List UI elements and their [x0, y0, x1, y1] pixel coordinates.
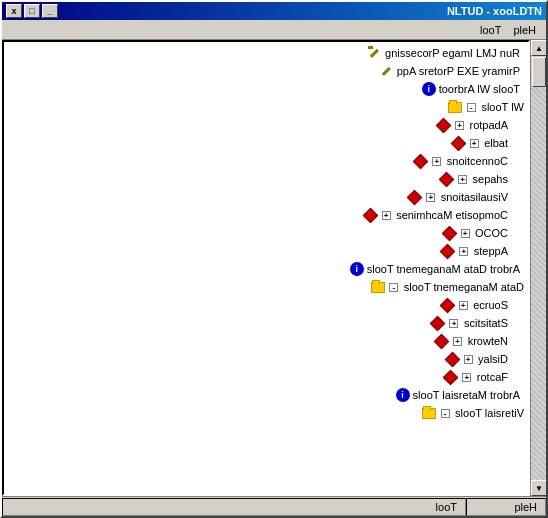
item-label: slooT laisretaM trobrA [411, 389, 522, 401]
maximize-button[interactable]: □ [24, 4, 40, 18]
list-item[interactable]: ppA sretorP EXE yramirP [6, 62, 526, 80]
svg-rect-2 [381, 67, 390, 76]
minimize-button[interactable]: _ [42, 4, 58, 18]
item-label: yalsiD [476, 353, 510, 365]
status-panel-help: pleH [466, 498, 546, 516]
item-label: rotcaF [475, 371, 510, 383]
item-label: steppA [472, 245, 510, 257]
window-title: NLTUD - xooLDTN [447, 5, 542, 17]
scroll-track[interactable] [531, 56, 546, 480]
folder-icon [447, 99, 463, 115]
content-area: gnissecorP egamI LMJ nuR ppA sretorP EXE… [2, 40, 546, 496]
expand-icon[interactable]: + [455, 171, 471, 187]
diamond-icon [430, 315, 446, 331]
svg-rect-0 [370, 49, 379, 58]
status-bar: pleH looT [2, 496, 546, 516]
status-panel-tools: looT [2, 498, 466, 516]
item-label: snoitasilausiV [439, 191, 510, 203]
status-help-label: pleH [514, 501, 537, 513]
window-controls: x □ _ [6, 4, 58, 18]
diamond-icon [435, 117, 451, 133]
expand-icon[interactable]: + [457, 225, 473, 241]
expand-icon[interactable]: + [451, 117, 467, 133]
root-label: slooT laisretiV [453, 407, 526, 419]
diamond-icon [413, 153, 429, 169]
list-item[interactable]: snoitcennoC + [6, 152, 526, 170]
list-item[interactable]: yalsiD + [6, 350, 526, 368]
close-button[interactable]: x [6, 4, 22, 18]
diamond-icon [434, 333, 450, 349]
list-item[interactable]: slooT laisretaM trobrA i [6, 386, 526, 404]
expand-icon[interactable]: + [456, 243, 472, 259]
folder-icon [370, 279, 386, 295]
item-label: toorbrA lW slooT [437, 83, 522, 95]
scroll-down-button[interactable]: ▼ [531, 480, 546, 496]
info-icon: i [349, 261, 365, 277]
list-item[interactable]: rotcaF + [6, 368, 526, 386]
expand-icon[interactable]: + [455, 297, 471, 313]
expand-icon[interactable]: + [446, 315, 462, 331]
expand-icon[interactable]: + [459, 369, 475, 385]
item-label: elbat [482, 137, 510, 149]
diamond-icon [439, 297, 455, 313]
list-item[interactable]: elbat + [6, 134, 526, 152]
item-label: scitsitatS [462, 317, 510, 329]
main-window: x □ _ NLTUD - xooLDTN pleH looT gnisseco… [0, 0, 548, 518]
expand-icon[interactable]: + [429, 153, 445, 169]
list-item[interactable]: sepahs + [6, 170, 526, 188]
list-item[interactable]: steppA + [6, 242, 526, 260]
svg-rect-1 [368, 46, 373, 49]
item-label: rotpadA [467, 119, 510, 131]
expand-icon[interactable]: + [466, 135, 482, 151]
list-item[interactable]: krowteN + [6, 332, 526, 350]
status-tools-label: looT [436, 501, 457, 513]
expand-icon[interactable]: - [386, 279, 402, 295]
folder-icon [421, 405, 437, 421]
scroll-thumb[interactable] [532, 57, 546, 87]
list-item[interactable]: toorbrA lW slooT i [6, 80, 526, 98]
expand-icon[interactable]: + [378, 207, 394, 223]
tree-panel[interactable]: gnissecorP egamI LMJ nuR ppA sretorP EXE… [2, 40, 530, 496]
expand-icon[interactable]: - [463, 99, 479, 115]
list-item[interactable]: gnissecorP egamI LMJ nuR [6, 44, 526, 62]
diamond-icon [450, 135, 466, 151]
expand-icon[interactable]: + [423, 189, 439, 205]
expand-icon[interactable]: + [450, 333, 466, 349]
diamond-icon [443, 369, 459, 385]
info-icon: i [395, 387, 411, 403]
diamond-icon [439, 171, 455, 187]
list-item[interactable]: rotpadA + [6, 116, 526, 134]
item-label: gnissecorP egamI LMJ nuR [383, 47, 522, 59]
diamond-icon [441, 225, 457, 241]
expand-icon[interactable]: - [437, 405, 453, 421]
tree-root-data[interactable]: slooT tnemeganaM ataD - [6, 278, 526, 296]
list-item[interactable]: OCOC + [6, 224, 526, 242]
scrollbar-vertical[interactable]: ▲ ▼ [530, 40, 546, 496]
list-item[interactable]: ecruoS + [6, 296, 526, 314]
list-item[interactable]: slooT tnemeganaM ataD trobrA i [6, 260, 526, 278]
title-bar: x □ _ NLTUD - xooLDTN [2, 2, 546, 20]
item-label: ppA sretorP EXE yramirP [395, 65, 522, 77]
item-label-coco: OCOC [473, 227, 510, 239]
menu-help[interactable]: pleH [507, 22, 542, 38]
item-label: ecruoS [471, 299, 510, 311]
list-item[interactable]: snoitasilausiV + [6, 188, 526, 206]
list-item[interactable]: senimhcaM etisopmoC + [6, 206, 526, 224]
tree-root-visual[interactable]: slooT laisretiV - [6, 404, 526, 422]
menu-bar: pleH looT [2, 20, 546, 40]
root-label: slooT lW [479, 101, 526, 113]
info-icon: i [421, 81, 437, 97]
tree-root-material[interactable]: slooT lW - [6, 98, 526, 116]
item-label: snoitcennoC [445, 155, 510, 167]
scroll-up-button[interactable]: ▲ [531, 40, 546, 56]
wrench-icon [367, 45, 383, 61]
menu-tools[interactable]: looT [474, 22, 507, 38]
root-label: slooT tnemeganaM ataD [402, 281, 526, 293]
diamond-icon [407, 189, 423, 205]
diamond-icon [440, 243, 456, 259]
wrench-icon [379, 63, 395, 79]
item-label: senimhcaM etisopmoC [394, 209, 510, 221]
item-label: krowteN [466, 335, 510, 347]
list-item[interactable]: scitsitatS + [6, 314, 526, 332]
expand-icon[interactable]: + [460, 351, 476, 367]
